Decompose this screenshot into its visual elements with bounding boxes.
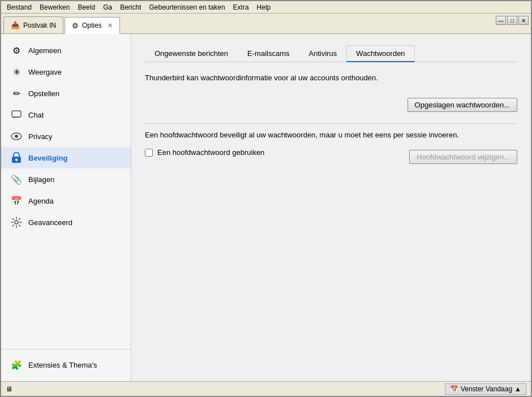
sidebar-label-beveiliging: Beveiliging [28,154,67,162]
subtab-emailscams[interactable]: E-mailscams [238,45,299,62]
tab-postvak-in[interactable]: 📥 Postvak IN [3,16,63,33]
sidebar-label-extensies: Extensies & Thema's [28,361,97,369]
saved-passwords-button[interactable]: Opgeslagen wachtwoorden... [407,98,517,112]
tab-opties-label: Opties [82,21,102,29]
sidebar-label-geavanceerd: Geavanceerd [28,218,72,227]
menu-gebeurtenissen[interactable]: Gebeurtenissen en taken [146,2,229,12]
sidebar-label-agenda: Agenda [28,197,54,205]
sidebar-item-beveiliging[interactable]: Beveiliging [1,147,131,169]
svg-point-6 [15,221,18,224]
opties-icon: ⚙ [72,21,79,30]
menu-bewerken[interactable]: Bewerken [36,2,73,12]
menu-beeld[interactable]: Beeld [74,2,98,12]
subtab-antivirus[interactable]: Antivirus [299,45,347,62]
sidebar-item-bijlagen[interactable]: 📎 Bijlagen [1,169,131,190]
menu-bericht[interactable]: Bericht [117,2,144,12]
tab-opties[interactable]: ⚙ Opties ✕ [65,17,120,34]
sidebar-bottom: 🧩 Extensies & Thema's [1,349,131,376]
subtabs: Ongewenste berichten E-mailscams Antivir… [145,45,517,62]
algemeen-icon: ⚙ [10,44,23,57]
sidebar-item-chat[interactable]: Chat [1,104,131,126]
chevron-up-icon: ▲ [514,385,521,393]
agenda-icon: 📅 [10,195,23,207]
sidebar-item-geavanceerd[interactable]: Geavanceerd [1,212,131,233]
master-password-info: Een hoofdwachtwoord beveiligt al uw wach… [145,131,517,139]
close-button[interactable]: ✕ [518,16,529,25]
postvak-icon: 📥 [11,21,20,29]
sidebar-item-weergave[interactable]: ✳ Weergave [1,61,131,83]
geavanceerd-icon [10,216,23,228]
content-area: Ongewenste berichten E-mailscams Antivir… [131,34,531,381]
sidebar-label-weergave: Weergave [28,68,62,76]
svg-rect-0 [12,111,21,117]
menu-extra[interactable]: Extra [230,2,252,12]
tab-postvak-label: Postvak IN [23,21,56,29]
use-master-password-checkbox[interactable] [145,149,153,157]
sidebar-label-privacy: Privacy [28,132,53,141]
calendar-icon: 📅 [450,385,458,393]
tab-opties-close[interactable]: ✕ [108,22,113,29]
master-password-row: Een hoofdwachtwoord gebruiken Hoofdwacht… [145,148,517,166]
maximize-button[interactable]: □ [507,16,517,25]
statusbar-left-icon: 🖥 [6,385,12,393]
tabs-row: 📥 Postvak IN ⚙ Opties ✕ — □ ✕ [1,14,531,34]
minimize-button[interactable]: — [496,16,506,25]
separator [145,123,517,124]
statusbar: 🖥 📅 Venster Vandaag ▲ [1,381,531,396]
sidebar-item-privacy[interactable]: Privacy [1,126,131,147]
sidebar: ⚙ Algemeen ✳ Weergave ✏ Opstellen Chat [1,34,131,381]
opstellen-icon: ✏ [10,87,23,100]
extensies-icon: 🧩 [10,359,23,371]
menu-ga[interactable]: Ga [100,2,115,12]
subtab-ongewenste[interactable]: Ongewenste berichten [145,45,238,62]
subtab-wachtwoorden[interactable]: Wachtwoorden [346,45,414,62]
sidebar-item-agenda[interactable]: 📅 Agenda [1,190,131,212]
bijlagen-icon: 📎 [10,173,23,185]
chat-icon [10,109,23,121]
menu-bestand[interactable]: Bestand [3,2,35,12]
sidebar-label-bijlagen: Bijlagen [28,175,54,184]
change-master-password-button[interactable]: Hoofdwachtwoord wijzigen... [409,150,517,164]
menubar: Bestand Bewerken Beeld Ga Bericht Gebeur… [1,1,531,14]
statusbar-right[interactable]: 📅 Venster Vandaag ▲ [445,383,526,395]
privacy-icon [10,130,23,143]
menu-help[interactable]: Help [254,2,274,12]
use-master-password-label: Een hoofdwachtwoord gebruiken [157,148,264,157]
sidebar-item-opstellen[interactable]: ✏ Opstellen [1,83,131,104]
statusbar-right-text: Venster Vandaag [461,385,512,393]
sidebar-item-extensies[interactable]: 🧩 Extensies & Thema's [1,354,131,376]
sidebar-item-algemeen[interactable]: ⚙ Algemeen [1,40,131,61]
beveiliging-icon [10,152,23,164]
saved-passwords-group: Opgeslagen wachtwoorden... [145,98,517,112]
sidebar-label-chat: Chat [28,111,44,119]
window-controls: — □ ✕ [496,16,529,25]
sidebar-label-opstellen: Opstellen [28,89,59,98]
password-info-text: Thunderbird kan wachtwoordinformatie voo… [145,74,517,82]
weergave-icon: ✳ [10,66,23,78]
sidebar-label-algemeen: Algemeen [28,46,62,55]
main-body: ⚙ Algemeen ✳ Weergave ✏ Opstellen Chat [1,34,531,381]
statusbar-left: 🖥 [6,385,12,393]
use-master-password-row: Een hoofdwachtwoord gebruiken [145,148,264,157]
svg-point-2 [15,135,18,138]
